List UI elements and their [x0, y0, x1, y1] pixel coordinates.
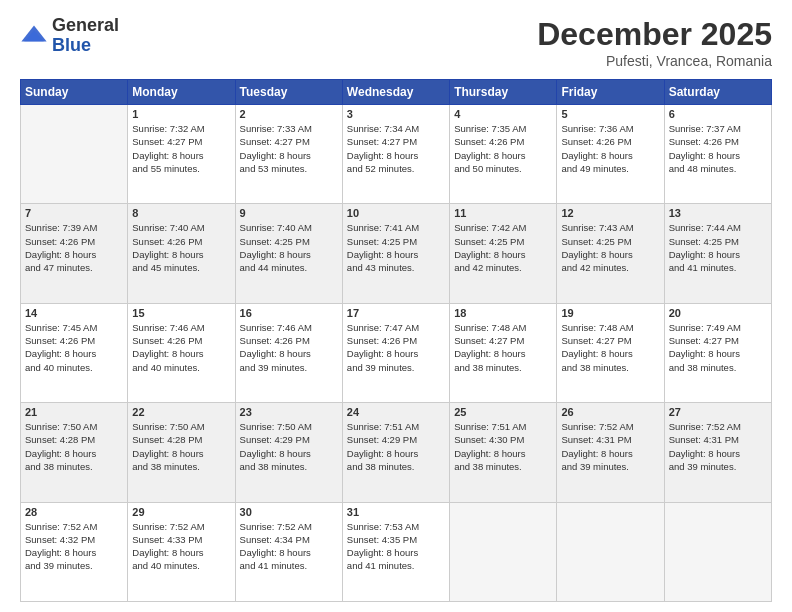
daylight-hours-text: Daylight: 8 hours	[454, 150, 525, 161]
table-row: 29Sunrise: 7:52 AMSunset: 4:33 PMDayligh…	[128, 502, 235, 601]
table-row: 9Sunrise: 7:40 AMSunset: 4:25 PMDaylight…	[235, 204, 342, 303]
logo-icon	[20, 22, 48, 50]
table-row: 1Sunrise: 7:32 AMSunset: 4:27 PMDaylight…	[128, 105, 235, 204]
day-number: 25	[454, 406, 552, 418]
day-number: 22	[132, 406, 230, 418]
day-info: Sunrise: 7:50 AMSunset: 4:28 PMDaylight:…	[132, 420, 230, 473]
table-row: 20Sunrise: 7:49 AMSunset: 4:27 PMDayligh…	[664, 303, 771, 402]
daylight-hours-text: Daylight: 8 hours	[347, 348, 418, 359]
table-row: 28Sunrise: 7:52 AMSunset: 4:32 PMDayligh…	[21, 502, 128, 601]
daylight-hours-text: Daylight: 8 hours	[132, 150, 203, 161]
table-row: 6Sunrise: 7:37 AMSunset: 4:26 PMDaylight…	[664, 105, 771, 204]
sunset-text: Sunset: 4:26 PM	[347, 335, 417, 346]
day-number: 28	[25, 506, 123, 518]
daylight-hours-text: Daylight: 8 hours	[669, 150, 740, 161]
sunrise-text: Sunrise: 7:52 AM	[25, 521, 97, 532]
table-row: 24Sunrise: 7:51 AMSunset: 4:29 PMDayligh…	[342, 403, 449, 502]
sunrise-text: Sunrise: 7:53 AM	[347, 521, 419, 532]
daylight-minutes-text: and 41 minutes.	[347, 560, 415, 571]
sunrise-text: Sunrise: 7:52 AM	[132, 521, 204, 532]
table-row: 27Sunrise: 7:52 AMSunset: 4:31 PMDayligh…	[664, 403, 771, 502]
daylight-minutes-text: and 38 minutes.	[240, 461, 308, 472]
daylight-hours-text: Daylight: 8 hours	[25, 448, 96, 459]
sunset-text: Sunset: 4:29 PM	[347, 434, 417, 445]
sunrise-text: Sunrise: 7:51 AM	[347, 421, 419, 432]
day-number: 7	[25, 207, 123, 219]
daylight-minutes-text: and 40 minutes.	[132, 560, 200, 571]
daylight-hours-text: Daylight: 8 hours	[561, 348, 632, 359]
day-info: Sunrise: 7:37 AMSunset: 4:26 PMDaylight:…	[669, 122, 767, 175]
sunrise-text: Sunrise: 7:44 AM	[669, 222, 741, 233]
daylight-hours-text: Daylight: 8 hours	[240, 150, 311, 161]
table-row: 4Sunrise: 7:35 AMSunset: 4:26 PMDaylight…	[450, 105, 557, 204]
daylight-minutes-text: and 41 minutes.	[669, 262, 737, 273]
calendar-week-row: 21Sunrise: 7:50 AMSunset: 4:28 PMDayligh…	[21, 403, 772, 502]
sunrise-text: Sunrise: 7:41 AM	[347, 222, 419, 233]
day-number: 20	[669, 307, 767, 319]
day-info: Sunrise: 7:35 AMSunset: 4:26 PMDaylight:…	[454, 122, 552, 175]
daylight-hours-text: Daylight: 8 hours	[561, 448, 632, 459]
header-monday: Monday	[128, 80, 235, 105]
sunset-text: Sunset: 4:31 PM	[669, 434, 739, 445]
table-row: 11Sunrise: 7:42 AMSunset: 4:25 PMDayligh…	[450, 204, 557, 303]
sunset-text: Sunset: 4:30 PM	[454, 434, 524, 445]
sunset-text: Sunset: 4:27 PM	[240, 136, 310, 147]
table-row	[450, 502, 557, 601]
day-info: Sunrise: 7:46 AMSunset: 4:26 PMDaylight:…	[240, 321, 338, 374]
day-info: Sunrise: 7:47 AMSunset: 4:26 PMDaylight:…	[347, 321, 445, 374]
day-info: Sunrise: 7:45 AMSunset: 4:26 PMDaylight:…	[25, 321, 123, 374]
day-number: 17	[347, 307, 445, 319]
day-info: Sunrise: 7:43 AMSunset: 4:25 PMDaylight:…	[561, 221, 659, 274]
sunset-text: Sunset: 4:29 PM	[240, 434, 310, 445]
header-friday: Friday	[557, 80, 664, 105]
daylight-minutes-text: and 40 minutes.	[25, 362, 93, 373]
daylight-hours-text: Daylight: 8 hours	[669, 249, 740, 260]
daylight-minutes-text: and 38 minutes.	[454, 461, 522, 472]
table-row: 17Sunrise: 7:47 AMSunset: 4:26 PMDayligh…	[342, 303, 449, 402]
daylight-hours-text: Daylight: 8 hours	[240, 348, 311, 359]
table-row: 15Sunrise: 7:46 AMSunset: 4:26 PMDayligh…	[128, 303, 235, 402]
daylight-minutes-text: and 52 minutes.	[347, 163, 415, 174]
daylight-hours-text: Daylight: 8 hours	[347, 150, 418, 161]
daylight-minutes-text: and 55 minutes.	[132, 163, 200, 174]
sunset-text: Sunset: 4:26 PM	[25, 335, 95, 346]
day-number: 2	[240, 108, 338, 120]
sunset-text: Sunset: 4:25 PM	[561, 236, 631, 247]
daylight-minutes-text: and 50 minutes.	[454, 163, 522, 174]
day-number: 4	[454, 108, 552, 120]
sunrise-text: Sunrise: 7:48 AM	[561, 322, 633, 333]
table-row: 26Sunrise: 7:52 AMSunset: 4:31 PMDayligh…	[557, 403, 664, 502]
daylight-hours-text: Daylight: 8 hours	[240, 448, 311, 459]
daylight-hours-text: Daylight: 8 hours	[240, 547, 311, 558]
sunrise-text: Sunrise: 7:39 AM	[25, 222, 97, 233]
daylight-hours-text: Daylight: 8 hours	[347, 249, 418, 260]
day-number: 19	[561, 307, 659, 319]
calendar-week-row: 14Sunrise: 7:45 AMSunset: 4:26 PMDayligh…	[21, 303, 772, 402]
day-info: Sunrise: 7:52 AMSunset: 4:33 PMDaylight:…	[132, 520, 230, 573]
daylight-minutes-text: and 49 minutes.	[561, 163, 629, 174]
day-info: Sunrise: 7:36 AMSunset: 4:26 PMDaylight:…	[561, 122, 659, 175]
daylight-minutes-text: and 47 minutes.	[25, 262, 93, 273]
sunset-text: Sunset: 4:25 PM	[240, 236, 310, 247]
day-info: Sunrise: 7:52 AMSunset: 4:34 PMDaylight:…	[240, 520, 338, 573]
sunset-text: Sunset: 4:27 PM	[669, 335, 739, 346]
header-sunday: Sunday	[21, 80, 128, 105]
sunrise-text: Sunrise: 7:42 AM	[454, 222, 526, 233]
day-number: 26	[561, 406, 659, 418]
table-row: 19Sunrise: 7:48 AMSunset: 4:27 PMDayligh…	[557, 303, 664, 402]
calendar-table: Sunday Monday Tuesday Wednesday Thursday…	[20, 79, 772, 602]
daylight-hours-text: Daylight: 8 hours	[25, 348, 96, 359]
daylight-minutes-text: and 41 minutes.	[240, 560, 308, 571]
daylight-hours-text: Daylight: 8 hours	[347, 547, 418, 558]
daylight-minutes-text: and 40 minutes.	[132, 362, 200, 373]
sunset-text: Sunset: 4:26 PM	[25, 236, 95, 247]
sunrise-text: Sunrise: 7:37 AM	[669, 123, 741, 134]
table-row: 23Sunrise: 7:50 AMSunset: 4:29 PMDayligh…	[235, 403, 342, 502]
day-info: Sunrise: 7:52 AMSunset: 4:31 PMDaylight:…	[669, 420, 767, 473]
sunset-text: Sunset: 4:27 PM	[132, 136, 202, 147]
daylight-hours-text: Daylight: 8 hours	[454, 348, 525, 359]
daylight-minutes-text: and 38 minutes.	[561, 362, 629, 373]
day-number: 11	[454, 207, 552, 219]
day-info: Sunrise: 7:48 AMSunset: 4:27 PMDaylight:…	[561, 321, 659, 374]
day-number: 5	[561, 108, 659, 120]
